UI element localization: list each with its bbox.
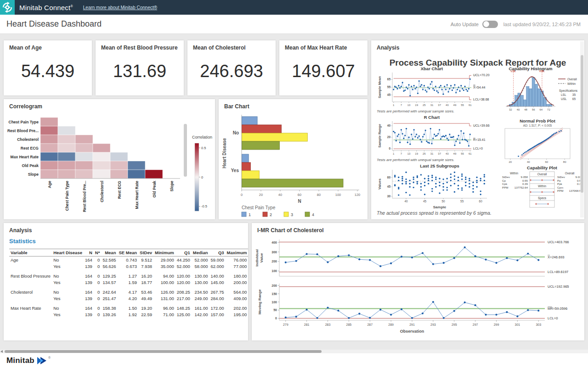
svg-text:UCL=39.66: UCL=39.66 — [473, 124, 490, 127]
minitab-chevron-icon — [37, 357, 48, 365]
svg-text:Normal Prob Plot: Normal Prob Plot — [520, 118, 555, 123]
svg-text:19: 19 — [415, 104, 418, 106]
topbar: Minitab Connect® Learn more about Minita… — [0, 0, 588, 15]
svg-text:60: 60 — [387, 176, 391, 179]
svg-text:Cpm: Cpm — [557, 186, 563, 189]
svg-text:Xbar Chart: Xbar Chart — [421, 66, 443, 71]
svg-text:Specifications: Specifications — [559, 89, 578, 93]
svg-text:20: 20 — [387, 135, 391, 139]
svg-text:150: 150 — [271, 292, 277, 296]
svg-text:Rest Blood Pre...: Rest Blood Pre... — [82, 181, 87, 212]
svg-text:Values: Values — [378, 178, 382, 190]
normal-prob-plot: Normal Prob PlotAD: 1.517, P: < 0.005204… — [501, 118, 583, 166]
svg-text:LSL: LSL — [511, 70, 516, 72]
kpi-value: 131.69 — [96, 61, 184, 81]
svg-text:60: 60 — [479, 200, 483, 203]
statistics-table: VariableHeart DiseaseNN*MeanSE MeanStDev… — [9, 249, 243, 318]
kpi-title: Mean of Age — [9, 45, 42, 51]
svg-text:-0.5: -0.5 — [201, 204, 207, 208]
table-row: Yes139056.6260.6737.93835.00052.00058.00… — [9, 263, 248, 269]
dashboard-header: Heart Disease Dashboard Auto Update last… — [0, 15, 588, 34]
svg-text:3: 3 — [291, 212, 293, 217]
svg-text:MR=59.0596: MR=59.0596 — [548, 307, 567, 311]
scrollbar-thumb[interactable] — [5, 350, 322, 353]
svg-text:295: 295 — [452, 323, 457, 326]
auto-update-toggle[interactable] — [482, 21, 498, 28]
svg-text:43: 43 — [446, 104, 449, 106]
stats-column-header: Maximum — [226, 249, 249, 256]
svg-text:7: 7 — [401, 152, 402, 155]
minitab-connect-logo[interactable] — [0, 0, 15, 15]
svg-text:55: 55 — [461, 152, 464, 155]
r-chart-note: Tests are performed with unequal sample … — [377, 158, 454, 162]
page-footer: Minitab ® — [0, 350, 588, 368]
svg-text:Within: Within — [538, 184, 546, 188]
svg-text:279: 279 — [283, 323, 288, 326]
stats-column-header: Q3 — [209, 249, 226, 256]
svg-text:LCL=0: LCL=0 — [473, 147, 483, 150]
svg-text:4: 4 — [312, 212, 314, 217]
svg-text:Overall: Overall — [537, 173, 547, 176]
kpi-title: Mean of Max Heart Rate — [285, 45, 347, 51]
svg-text:USL: USL — [561, 97, 567, 100]
svg-text:45: 45 — [387, 185, 391, 188]
svg-text:301: 301 — [515, 323, 520, 326]
learn-more-link[interactable]: Learn more about Minitab Connect® — [83, 5, 157, 10]
vertical-scrollbar[interactable] — [580, 41, 584, 217]
svg-text:0.55: 0.55 — [522, 179, 528, 182]
correlogram-heatmap: Chest Pain TypeRest Blood Pre...Choleste… — [4, 111, 215, 220]
svg-text:Chest Pain Type: Chest Pain Type — [9, 120, 39, 124]
svg-text:303: 303 — [536, 323, 541, 326]
svg-text:Ppk: Ppk — [557, 182, 563, 185]
scroll-left-arrow-icon[interactable] — [0, 350, 3, 353]
kpi-card-mean-max-hr: Mean of Max Heart Rate 149.607 — [279, 40, 368, 95]
svg-text:Rest ECG: Rest ECG — [117, 181, 122, 199]
svg-text:25: 25 — [423, 152, 426, 155]
svg-text:1: 1 — [393, 104, 395, 106]
svg-text:Observation: Observation — [400, 329, 424, 334]
svg-text:Yes: Yes — [231, 168, 239, 173]
svg-text:400: 400 — [271, 241, 277, 244]
svg-text:13: 13 — [407, 104, 411, 106]
svg-text:281: 281 — [304, 323, 310, 326]
svg-text:StDev: StDev — [557, 175, 565, 178]
svg-text:Max Heart Rate: Max Heart Rate — [135, 181, 139, 209]
stats-column-header: Heart Disease — [52, 249, 84, 256]
svg-text:Age: Age — [47, 181, 52, 188]
svg-text:Overall: Overall — [567, 78, 577, 81]
svg-text:43: 43 — [446, 152, 449, 155]
svg-text:289: 289 — [388, 323, 394, 326]
statistics-analysis-card: Analysis Statistics VariableHeart Diseas… — [4, 223, 248, 340]
svg-text:48: 48 — [524, 108, 527, 111]
svg-text:61: 61 — [469, 104, 472, 106]
xbar-note: Tests are performed with unequal sample … — [377, 109, 454, 113]
sixpack-footnote: The actual process spread is represented… — [377, 210, 492, 216]
svg-text:LCL=0: LCL=0 — [548, 316, 558, 320]
svg-text:49: 49 — [453, 104, 457, 106]
card-title: Analysis — [377, 45, 399, 51]
svg-text:283: 283 — [325, 323, 331, 326]
svg-text:1: 1 — [249, 212, 251, 217]
registered-mark: ® — [48, 356, 51, 359]
svg-text:Chest Pain Type: Chest Pain Type — [65, 181, 69, 211]
scrollbar-thumb[interactable] — [581, 55, 583, 193]
svg-text:50: 50 — [441, 200, 445, 203]
svg-text:19: 19 — [415, 152, 418, 155]
horizontal-scrollbar[interactable] — [0, 350, 588, 353]
svg-text:Within: Within — [510, 172, 518, 175]
svg-text:7: 7 — [401, 104, 402, 106]
svg-text:PPM: PPM — [502, 186, 508, 189]
kpi-value: 149.607 — [279, 61, 368, 81]
svg-text:StDev: StDev — [502, 175, 510, 178]
card-title: Analysis — [9, 227, 32, 234]
kpi-value: 246.693 — [187, 61, 276, 81]
svg-text:Heart Disease: Heart Disease — [222, 138, 227, 168]
svg-text:120: 120 — [355, 193, 361, 197]
svg-text:AD: 1.517, P: < 0.005: AD: 1.517, P: < 0.005 — [523, 124, 552, 127]
svg-text:Specs: Specs — [538, 196, 547, 200]
statistics-heading: Statistics — [9, 238, 36, 245]
minitab-footer-logo: Minitab ® — [6, 356, 51, 365]
svg-text:293: 293 — [430, 323, 436, 326]
svg-text:40: 40 — [387, 124, 391, 127]
svg-text:25: 25 — [423, 104, 426, 106]
